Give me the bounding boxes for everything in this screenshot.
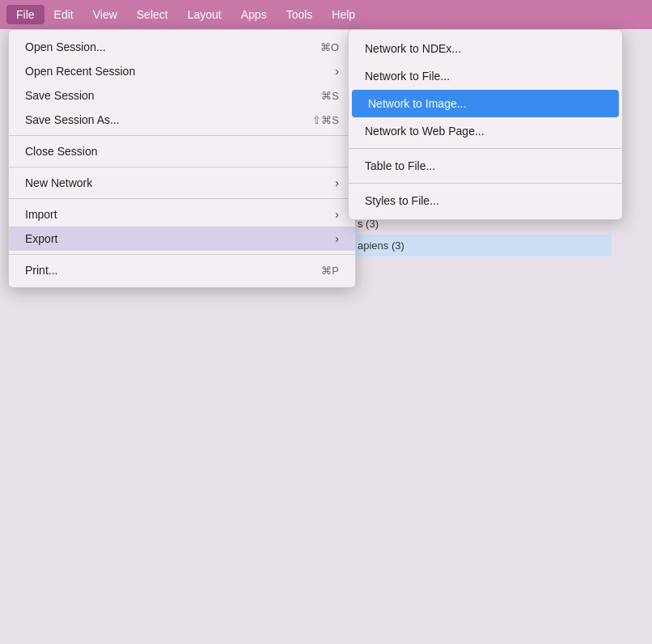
menu-save-session-as[interactable]: Save Session As... ⇧⌘S: [9, 108, 355, 132]
submenu-network-to-ndex-label: Network to NDEx...: [365, 42, 461, 55]
separator-3: [9, 198, 355, 199]
separator-1: [9, 135, 355, 136]
menu-save-session-as-shortcut: ⇧⌘S: [312, 114, 339, 126]
chevron-right-icon: ›: [335, 65, 339, 78]
menu-open-session-shortcut: ⌘O: [320, 41, 339, 53]
submenu-network-to-ndex[interactable]: Network to NDEx...: [349, 35, 622, 62]
submenu-styles-to-file-label: Styles to File...: [365, 194, 439, 207]
submenu-table-to-file[interactable]: Table to File...: [349, 152, 622, 180]
menu-open-recent[interactable]: Open Recent Session ›: [9, 59, 355, 83]
separator-2: [9, 167, 355, 167]
menu-print-label: Print...: [25, 264, 57, 277]
menu-save-session-shortcut: ⌘S: [321, 90, 339, 102]
file-menu: Open Session... ⌘O Open Recent Session ›…: [8, 29, 356, 288]
menu-save-session[interactable]: Save Session ⌘S: [9, 83, 355, 108]
menu-print-shortcut: ⌘P: [321, 265, 339, 277]
menu-print[interactable]: Print... ⌘P: [9, 258, 355, 282]
menu-open-session-label: Open Session...: [25, 40, 106, 53]
submenu-styles-to-file[interactable]: Styles to File...: [349, 187, 622, 214]
menubar-file[interactable]: File: [6, 5, 44, 24]
separator-4: [9, 254, 355, 255]
menubar: File Edit View Select Layout Apps Tools …: [0, 0, 652, 29]
menu-new-network-label: New Network: [25, 176, 92, 189]
submenu-separator-2: [349, 183, 622, 184]
submenu-table-to-file-label: Table to File...: [365, 159, 435, 172]
chevron-right-icon-new-network: ›: [335, 176, 339, 189]
export-submenu: Network to NDEx... Network to File... Ne…: [348, 29, 623, 220]
menu-import-label: Import: [25, 208, 57, 221]
menu-open-recent-label: Open Recent Session: [25, 65, 135, 78]
menu-open-session[interactable]: Open Session... ⌘O: [9, 35, 355, 59]
chevron-right-icon-import: ›: [335, 208, 339, 221]
network-item-3[interactable]: apiens (3): [348, 235, 612, 256]
menubar-view[interactable]: View: [83, 5, 127, 24]
network-list: apiens (2) s (3) apiens (3): [348, 191, 612, 644]
menubar-select[interactable]: Select: [127, 5, 178, 24]
menu-new-network[interactable]: New Network ›: [9, 171, 355, 195]
submenu-network-to-file[interactable]: Network to File...: [349, 62, 622, 90]
menu-save-session-as-label: Save Session As...: [25, 113, 120, 126]
chevron-right-icon-export: ›: [335, 232, 339, 245]
submenu-network-to-image-label: Network to Image...: [368, 97, 466, 110]
submenu-separator-1: [349, 148, 622, 149]
menu-import[interactable]: Import ›: [9, 202, 355, 227]
menu-save-session-label: Save Session: [25, 89, 95, 102]
menu-export[interactable]: Export ›: [9, 227, 355, 251]
submenu-network-to-image[interactable]: Network to Image...: [352, 90, 619, 117]
submenu-network-to-webpage-label: Network to Web Page...: [365, 125, 485, 138]
menu-export-label: Export: [25, 232, 57, 245]
menubar-help[interactable]: Help: [322, 5, 365, 24]
menubar-layout[interactable]: Layout: [178, 5, 231, 24]
menu-close-session[interactable]: Close Session: [9, 139, 355, 163]
submenu-network-to-file-label: Network to File...: [365, 70, 450, 83]
menubar-tools[interactable]: Tools: [277, 5, 323, 24]
menu-close-session-label: Close Session: [25, 145, 98, 158]
menubar-edit[interactable]: Edit: [44, 5, 83, 24]
submenu-network-to-webpage[interactable]: Network to Web Page...: [349, 117, 622, 145]
menubar-apps[interactable]: Apps: [231, 5, 277, 24]
